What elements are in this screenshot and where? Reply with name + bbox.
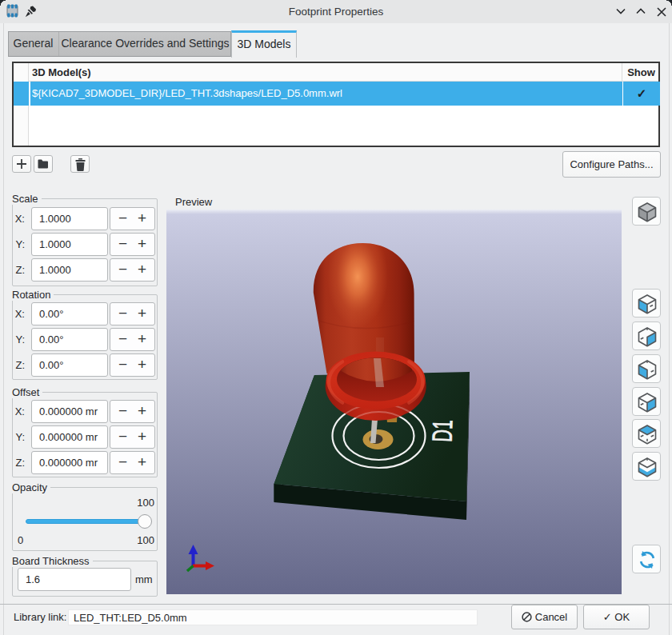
svg-text:D1: D1 xyxy=(426,419,458,442)
